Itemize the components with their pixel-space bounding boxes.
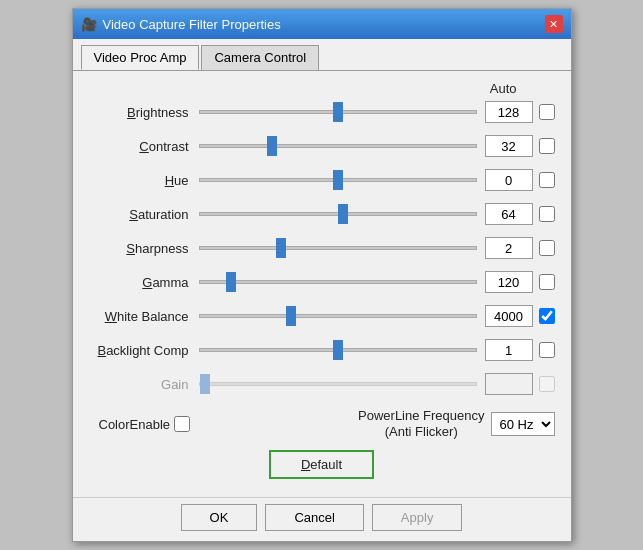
powerline-label: PowerLine Frequency(Anti Flicker) xyxy=(358,408,484,439)
value-gamma[interactable] xyxy=(485,271,533,293)
tab-camera-control[interactable]: Camera Control xyxy=(201,45,319,70)
auto-checkbox-gain xyxy=(539,376,555,392)
label-saturation: Saturation xyxy=(89,207,199,222)
label-gain: Gain xyxy=(89,377,199,392)
slider-hue[interactable] xyxy=(199,178,477,182)
auto-checkbox-sharpness[interactable] xyxy=(539,240,555,256)
row-gain: Gain xyxy=(89,370,555,398)
auto-checkbox-white-balance[interactable] xyxy=(539,308,555,324)
label-white-balance: White Balance xyxy=(89,309,199,324)
value-gain xyxy=(485,373,533,395)
label-sharpness: Sharpness xyxy=(89,241,199,256)
ok-button[interactable]: OK xyxy=(181,504,258,531)
row-hue: Hue xyxy=(89,166,555,194)
value-saturation[interactable] xyxy=(485,203,533,225)
value-white-balance[interactable] xyxy=(485,305,533,327)
value-backlight-comp[interactable] xyxy=(485,339,533,361)
auto-column-header: Auto xyxy=(89,81,555,96)
slider-container-sharpness xyxy=(199,238,477,258)
footer: OK Cancel Apply xyxy=(73,497,571,541)
slider-white-balance[interactable] xyxy=(199,314,477,318)
slider-brightness[interactable] xyxy=(199,110,477,114)
close-button[interactable]: ✕ xyxy=(545,15,563,33)
slider-container-backlight-comp xyxy=(199,340,477,360)
label-contrast: Contrast xyxy=(89,139,199,154)
row-contrast: Contrast xyxy=(89,132,555,160)
label-brightness: Brightness xyxy=(89,105,199,120)
row-saturation: Saturation xyxy=(89,200,555,228)
slider-container-contrast xyxy=(199,136,477,156)
dialog-window: 🎥 Video Capture Filter Properties ✕ Vide… xyxy=(72,8,572,541)
color-enable-label: ColorEnable xyxy=(99,417,171,432)
default-button[interactable]: Default xyxy=(269,450,374,479)
content-area: Auto Brightness Contrast Hue xyxy=(73,71,571,496)
label-gamma: Gamma xyxy=(89,275,199,290)
tab-video-proc-amp[interactable]: Video Proc Amp xyxy=(81,45,200,70)
slider-container-gain xyxy=(199,374,477,394)
value-contrast[interactable] xyxy=(485,135,533,157)
slider-container-white-balance xyxy=(199,306,477,326)
row-brightness: Brightness xyxy=(89,98,555,126)
powerline-select[interactable]: 60 Hz 50 Hz xyxy=(491,412,555,436)
value-brightness[interactable] xyxy=(485,101,533,123)
powerline-section: PowerLine Frequency(Anti Flicker) 60 Hz … xyxy=(358,408,554,439)
slider-sharpness[interactable] xyxy=(199,246,477,250)
slider-container-hue xyxy=(199,170,477,190)
dialog-title: Video Capture Filter Properties xyxy=(103,17,281,32)
auto-checkbox-gamma[interactable] xyxy=(539,274,555,290)
title-bar-content: 🎥 Video Capture Filter Properties xyxy=(81,17,281,32)
slider-backlight-comp[interactable] xyxy=(199,348,477,352)
auto-checkbox-brightness[interactable] xyxy=(539,104,555,120)
tab-bar: Video Proc Amp Camera Control xyxy=(73,39,571,71)
default-section: Default xyxy=(89,450,555,479)
row-white-balance: White Balance xyxy=(89,302,555,330)
label-backlight-comp: Backlight Comp xyxy=(89,343,199,358)
value-hue[interactable] xyxy=(485,169,533,191)
color-enable-checkbox[interactable] xyxy=(174,416,190,432)
slider-contrast[interactable] xyxy=(199,144,477,148)
row-sharpness: Sharpness xyxy=(89,234,555,262)
cancel-button[interactable]: Cancel xyxy=(265,504,363,531)
slider-container-brightness xyxy=(199,102,477,122)
title-bar: 🎥 Video Capture Filter Properties ✕ xyxy=(73,9,571,39)
row-gamma: Gamma xyxy=(89,268,555,296)
bottom-controls-row: ColorEnable PowerLine Frequency(Anti Fli… xyxy=(89,404,555,443)
row-backlight-comp: Backlight Comp xyxy=(89,336,555,364)
slider-gain xyxy=(199,382,477,386)
camera-icon: 🎥 xyxy=(81,17,97,32)
auto-checkbox-backlight-comp[interactable] xyxy=(539,342,555,358)
apply-button[interactable]: Apply xyxy=(372,504,463,531)
auto-checkbox-saturation[interactable] xyxy=(539,206,555,222)
slider-saturation[interactable] xyxy=(199,212,477,216)
auto-checkbox-hue[interactable] xyxy=(539,172,555,188)
auto-checkbox-contrast[interactable] xyxy=(539,138,555,154)
slider-container-saturation xyxy=(199,204,477,224)
label-hue: Hue xyxy=(89,173,199,188)
slider-gamma[interactable] xyxy=(199,280,477,284)
value-sharpness[interactable] xyxy=(485,237,533,259)
slider-container-gamma xyxy=(199,272,477,292)
